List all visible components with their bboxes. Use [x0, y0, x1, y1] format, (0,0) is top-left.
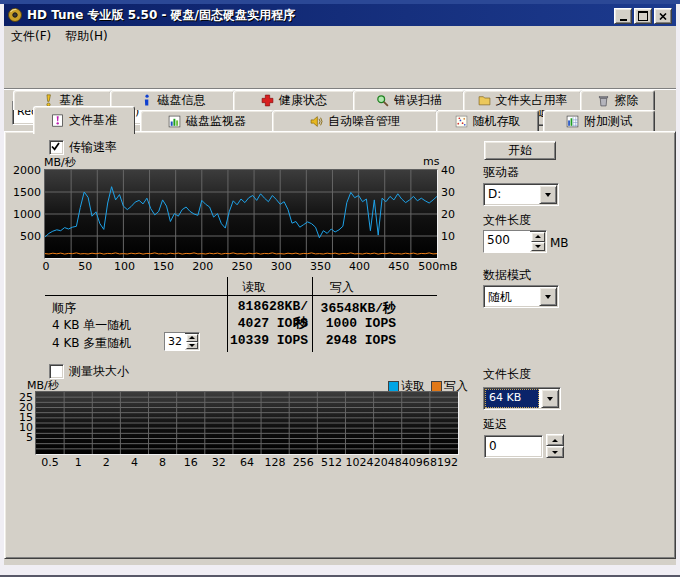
transfer-rate-label: 传输速率	[69, 139, 117, 156]
tab-disk-monitor-label: 磁盘监视器	[186, 113, 246, 130]
block-file-length-value: 64 KB	[485, 389, 539, 408]
delay-up-button[interactable]	[546, 434, 564, 446]
axis-tick: 8192	[422, 456, 466, 469]
row-sequential-label: 顺序	[52, 300, 76, 317]
file-length-down-icon[interactable]	[531, 242, 545, 252]
titlebar[interactable]: HD Tune 专业版 5.50 - 硬盘/固态硬盘实用程序	[4, 4, 676, 26]
down-arrow-icon	[552, 451, 558, 454]
folder-icon	[478, 94, 491, 107]
file-length2-label: 文件长度	[483, 366, 531, 383]
queue-depth-spinner[interactable]: 32	[164, 332, 200, 351]
menu-file[interactable]: 文件(F)	[4, 26, 58, 47]
tab-file-benchmark[interactable]: 文件基准	[33, 106, 135, 134]
data-pattern-label: 数据模式	[483, 267, 531, 284]
queue-depth-value: 32	[165, 333, 185, 350]
axis-tick: 30	[441, 186, 461, 199]
info-icon	[140, 94, 153, 107]
row-4k-single-label: 4 KB 单一随机	[52, 317, 131, 334]
maximize-icon	[638, 11, 648, 21]
tab-error-scan-label: 错误扫描	[394, 92, 442, 109]
4k-multi-read-value: 10339 IOPS	[230, 333, 308, 348]
sequential-write-value: 36548KB/秒	[318, 299, 396, 317]
axis-tick: 500mB	[413, 260, 463, 273]
tab-random-access-label: 随机存取	[473, 113, 521, 130]
axis-tick: 20	[441, 208, 461, 221]
scatter-dots-icon	[455, 115, 468, 128]
trash-icon	[597, 94, 610, 107]
drive-select[interactable]: D:	[483, 183, 559, 206]
transfer-rate-chart	[44, 169, 438, 259]
tab-aam-label: 自动噪音管理	[328, 113, 400, 130]
data-pattern-select[interactable]: 随机	[483, 285, 559, 308]
axis-tick: 10	[441, 230, 461, 243]
delay-label: 延迟	[483, 416, 507, 433]
toolbar: Red Hat VirtIO (21 gB) -- ℃ 退出	[4, 47, 676, 89]
tab-extra-tests[interactable]: 附加测试	[543, 110, 655, 132]
tab-error-scan[interactable]: 错误扫描	[353, 90, 465, 110]
col-read-header: 读取	[242, 279, 266, 296]
tab-health[interactable]: 健康状态	[233, 90, 355, 110]
tab-extra-tests-label: 附加测试	[584, 113, 632, 130]
delay-input[interactable]: 0	[484, 435, 543, 458]
extra-tests-icon	[566, 115, 579, 128]
minimize-icon	[620, 19, 627, 21]
menubar: 文件(F) 帮助(H)	[4, 26, 676, 47]
close-icon	[659, 13, 667, 20]
4k-multi-write-value: 2948 IOPS	[318, 333, 396, 348]
health-cross-icon	[261, 94, 274, 107]
table-divider-1	[227, 277, 228, 352]
tab-aam[interactable]: 自动噪音管理	[272, 110, 438, 132]
magnifier-icon	[376, 94, 389, 107]
table-header-rule	[45, 295, 437, 296]
chart1-ylabel-right: ms	[423, 155, 439, 168]
tab-folder-usage[interactable]: 文件夹占用率	[463, 90, 582, 110]
app-icon	[7, 7, 23, 23]
axis-tick: 40	[441, 164, 461, 177]
chevron-down-icon[interactable]	[541, 389, 559, 408]
axis-tick: 2000	[8, 164, 41, 177]
chevron-down-icon[interactable]	[539, 185, 557, 204]
block-size-chart	[35, 391, 459, 455]
tab-file-benchmark-label: 文件基准	[69, 112, 117, 129]
disk-monitor-icon	[168, 115, 181, 128]
file-benchmark-icon	[51, 114, 64, 127]
tab-disk-info-label: 磁盘信息	[158, 92, 206, 109]
drive-select-value: D:	[484, 184, 538, 205]
tab-erase[interactable]: 擦除	[580, 90, 655, 110]
chevron-down-icon[interactable]	[539, 287, 557, 306]
delay-down-button[interactable]	[546, 446, 564, 458]
file-length-up-icon[interactable]	[531, 232, 545, 242]
up-arrow-icon	[552, 439, 558, 442]
chart1-ylabel-left: MB/秒	[44, 155, 76, 170]
transfer-rate-checkbox[interactable]	[49, 140, 64, 155]
tab-health-label: 健康状态	[279, 92, 327, 109]
minimize-button[interactable]	[614, 8, 632, 24]
start-button[interactable]: 开始	[484, 141, 556, 160]
file-length-value: 500	[484, 231, 530, 252]
tab-disk-monitor[interactable]: 磁盘监视器	[140, 110, 274, 132]
hd-tune-window: HD Tune 专业版 5.50 - 硬盘/固态硬盘实用程序 文件(F) 帮助(…	[0, 0, 680, 577]
block-file-length-select[interactable]: 64 KB	[483, 387, 561, 410]
tab-random-access[interactable]: 随机存取	[436, 110, 539, 132]
4k-single-read-value: 4027 IOPS	[230, 316, 308, 331]
tab-erase-label: 擦除	[615, 92, 639, 109]
axis-tick: 1000	[8, 208, 41, 221]
4k-single-write-value: 1000 IOPS	[318, 316, 396, 331]
drive-label: 驱动器	[483, 164, 519, 181]
queue-depth-down-icon[interactable]	[186, 342, 198, 350]
block-size-checkbox[interactable]	[49, 364, 64, 379]
maximize-button[interactable]	[634, 8, 652, 24]
data-pattern-value: 随机	[484, 286, 538, 307]
axis-tick: 5	[8, 431, 33, 444]
row-4k-multi-label: 4 KB 多重随机	[52, 335, 131, 352]
file-length-label: 文件长度	[483, 212, 531, 229]
file-length-spinner[interactable]: 500	[483, 230, 547, 253]
file-length-unit: MB	[550, 236, 569, 250]
block-size-label: 测量块大小	[69, 363, 129, 380]
close-button[interactable]	[654, 8, 672, 24]
col-write-header: 写入	[330, 279, 354, 296]
queue-depth-up-icon[interactable]	[186, 334, 198, 342]
speaker-icon	[310, 115, 323, 128]
menu-help[interactable]: 帮助(H)	[58, 26, 114, 47]
table-divider-2	[312, 277, 313, 352]
